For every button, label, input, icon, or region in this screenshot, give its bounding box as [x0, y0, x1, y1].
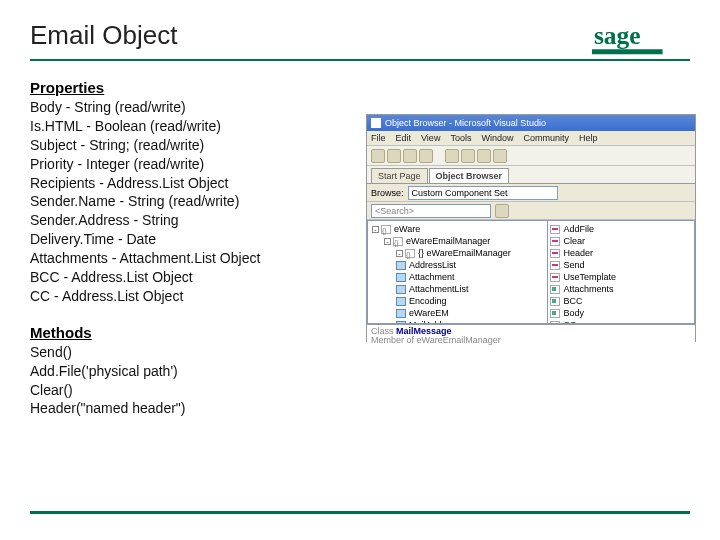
search-input[interactable]: <Search>	[371, 204, 491, 218]
property-icon	[550, 297, 560, 306]
member-label: Body	[563, 307, 584, 319]
method-icon	[550, 261, 560, 270]
menu-item[interactable]: Tools	[450, 133, 471, 143]
menu-bar[interactable]: FileEditViewToolsWindowCommunityHelp	[367, 131, 695, 146]
method-icon	[550, 249, 560, 258]
tree-node[interactable]: -{} eWareEmailManager	[370, 247, 545, 259]
member-label: BCC	[563, 295, 582, 307]
tree-label: eWare	[394, 223, 420, 235]
class-icon	[396, 321, 406, 325]
tree-label: eWareEmailManager	[406, 235, 490, 247]
member-label: UseTemplate	[563, 271, 616, 283]
toolbar-icon[interactable]	[419, 149, 433, 163]
method-icon	[550, 237, 560, 246]
member-item[interactable]: Body	[550, 307, 692, 319]
tab-start-page[interactable]: Start Page	[371, 168, 428, 183]
class-icon	[396, 273, 406, 282]
namespace-icon	[405, 249, 415, 258]
browse-label: Browse:	[371, 188, 404, 198]
tree-node[interactable]: AddressList	[370, 259, 545, 271]
property-icon	[550, 309, 560, 318]
method-line: Add.File('physical path')	[30, 362, 690, 381]
tree-label: eWareEM	[409, 307, 449, 319]
tree-label: Encoding	[409, 295, 447, 307]
member-label: Attachments	[563, 283, 613, 295]
namespace-icon	[393, 237, 403, 246]
class-icon	[396, 261, 406, 270]
tab-object-browser[interactable]: Object Browser	[429, 168, 510, 183]
tree-node[interactable]: Encoding	[370, 295, 545, 307]
toolbar-icon[interactable]	[371, 149, 385, 163]
property-icon	[550, 285, 560, 294]
class-icon	[396, 297, 406, 306]
member-label: CC	[563, 319, 576, 324]
toolbar-icon[interactable]	[445, 149, 459, 163]
browse-bar: Browse: Custom Component Set	[367, 184, 695, 202]
member-item[interactable]: AddFile	[550, 223, 692, 235]
properties-header: Properties	[30, 79, 690, 96]
property-icon	[550, 321, 560, 325]
tree-node[interactable]: Attachment	[370, 271, 545, 283]
toolbar-icon[interactable]	[493, 149, 507, 163]
menu-item[interactable]: File	[371, 133, 386, 143]
menu-item[interactable]: Edit	[396, 133, 412, 143]
slide-footer-line	[30, 511, 690, 514]
menu-item[interactable]: View	[421, 133, 440, 143]
member-item[interactable]: CC	[550, 319, 692, 324]
class-icon	[396, 285, 406, 294]
page-title: Email Object	[30, 20, 690, 51]
class-icon	[396, 309, 406, 318]
tree-label: AddressList	[409, 259, 456, 271]
method-line: Send()	[30, 343, 690, 362]
member-label: AddFile	[563, 223, 594, 235]
tree-node[interactable]: eWareEM	[370, 307, 545, 319]
tree-node[interactable]: MailAddress	[370, 319, 545, 324]
method-line: Header("named header")	[30, 399, 690, 418]
menu-item[interactable]: Help	[579, 133, 598, 143]
title-divider	[30, 59, 690, 61]
toolbar-icon[interactable]	[461, 149, 475, 163]
toolbar[interactable]	[367, 146, 695, 166]
toolbar-icon[interactable]	[403, 149, 417, 163]
menu-item[interactable]: Window	[481, 133, 513, 143]
collapse-icon[interactable]: -	[396, 250, 403, 257]
method-icon	[550, 273, 560, 282]
member-label: Header	[563, 247, 593, 259]
menu-item[interactable]: Community	[523, 133, 569, 143]
detail-pane: Class MailMessage Member of eWareEmailMa…	[367, 324, 695, 343]
detail-member-of: Member of eWareEmailManager	[371, 335, 501, 345]
tree-label: MailAddress	[409, 319, 459, 324]
methods-list: Send()Add.File('physical path')Clear()He…	[30, 343, 690, 419]
window-title: Object Browser - Microsoft Visual Studio	[385, 115, 546, 131]
method-icon	[550, 225, 560, 234]
member-item[interactable]: BCC	[550, 295, 692, 307]
member-label: Clear	[563, 235, 585, 247]
collapse-icon[interactable]: -	[372, 226, 379, 233]
method-line: Clear()	[30, 381, 690, 400]
app-icon	[371, 118, 381, 128]
browse-dropdown[interactable]: Custom Component Set	[408, 186, 558, 200]
namespace-tree-pane[interactable]: -eWare-eWareEmailManager-{} eWareEmailMa…	[367, 220, 547, 324]
svg-text:sage: sage	[594, 21, 641, 50]
member-item[interactable]: Send	[550, 259, 692, 271]
window-titlebar: Object Browser - Microsoft Visual Studio	[367, 115, 695, 131]
toolbar-icon[interactable]	[387, 149, 401, 163]
document-tabs[interactable]: Start Page Object Browser	[367, 166, 695, 184]
member-list-pane[interactable]: AddFileClearHeaderSendUseTemplateAttachm…	[547, 220, 695, 324]
member-item[interactable]: Clear	[550, 235, 692, 247]
tree-node[interactable]: -eWare	[370, 223, 545, 235]
search-bar: <Search>	[367, 202, 695, 220]
member-item[interactable]: Header	[550, 247, 692, 259]
tree-label: AttachmentList	[409, 283, 469, 295]
search-go-icon[interactable]	[495, 204, 509, 218]
tree-node[interactable]: -eWareEmailManager	[370, 235, 545, 247]
toolbar-icon[interactable]	[477, 149, 491, 163]
tree-label: {} eWareEmailManager	[418, 247, 511, 259]
tree-node[interactable]: AttachmentList	[370, 283, 545, 295]
member-label: Send	[563, 259, 584, 271]
tree-label: Attachment	[409, 271, 455, 283]
member-item[interactable]: Attachments	[550, 283, 692, 295]
member-item[interactable]: UseTemplate	[550, 271, 692, 283]
sage-logo: sage	[592, 20, 690, 60]
collapse-icon[interactable]: -	[384, 238, 391, 245]
